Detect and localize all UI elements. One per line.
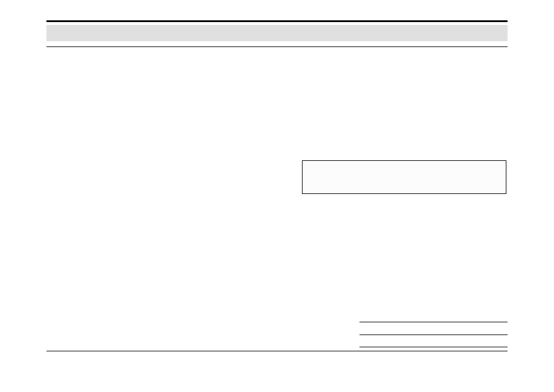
short-rule-2 [359,335,508,335]
short-rule-1 [359,322,508,322]
header-underline [46,46,508,47]
short-rule-3 [359,347,508,347]
side-box [302,160,506,194]
header-band [46,25,508,41]
bottom-rule [46,351,508,351]
page [0,0,554,392]
top-rule [46,20,508,22]
